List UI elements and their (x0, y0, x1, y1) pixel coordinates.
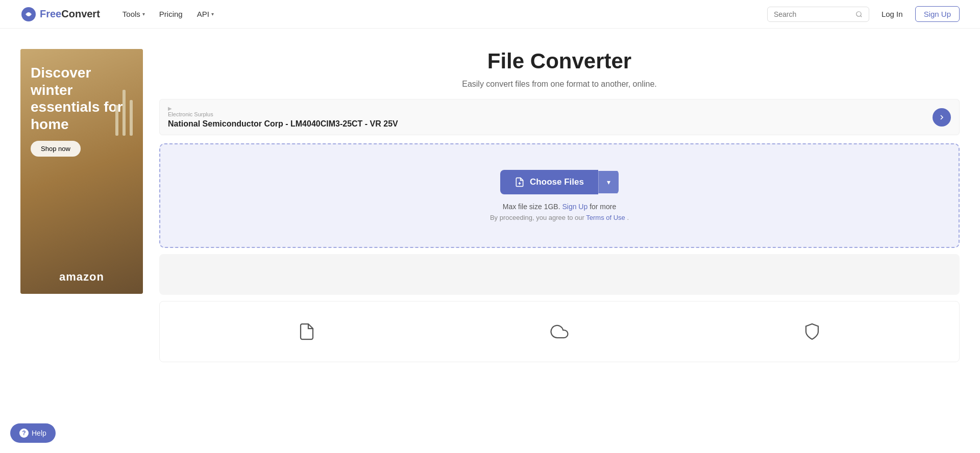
logo-text: FreeConvert (40, 8, 100, 20)
file-size-suffix: for more (590, 203, 616, 211)
choose-files-dropdown-button[interactable]: ▾ (598, 171, 619, 193)
dropzone[interactable]: Choose Files ▾ Max file size 1GB. Sign U… (159, 143, 960, 248)
tools-label: Tools (122, 10, 140, 18)
candle-1 (115, 105, 118, 136)
navbar: FreeConvert Tools ▾ Pricing API ▾ Log In… (0, 0, 980, 29)
nav-pricing[interactable]: Pricing (153, 6, 189, 22)
ad-banner-label: Electronic Surplus (168, 111, 398, 117)
page-title: File Converter (159, 49, 960, 73)
ad-banner-arrow-button[interactable] (933, 108, 951, 127)
feature-file (298, 322, 316, 341)
cloud-icon (550, 322, 569, 341)
left-advertisement: Discover winter essentials for home Shop… (20, 49, 143, 294)
ad-decoration (115, 90, 133, 136)
file-icon (298, 322, 316, 341)
nav-tools[interactable]: Tools ▾ (116, 6, 151, 22)
svg-point-1 (27, 13, 30, 16)
terms-suffix: . (627, 214, 629, 221)
pricing-label: Pricing (159, 10, 183, 18)
ad-banner: ▶ Electronic Surplus National Semiconduc… (159, 99, 960, 135)
features-section (159, 301, 960, 362)
nav-links: Tools ▾ Pricing API ▾ (116, 6, 767, 22)
arrow-right-icon (938, 113, 946, 121)
logo[interactable]: FreeConvert (20, 6, 100, 22)
choose-files-label: Choose Files (530, 177, 584, 187)
ad-amazon-brand: amazon (59, 270, 104, 284)
signup-link[interactable]: Sign Up (562, 203, 587, 211)
svg-point-2 (856, 11, 861, 16)
candle-2 (122, 90, 126, 136)
main-content: Discover winter essentials for home Shop… (0, 29, 980, 362)
logo-icon (20, 6, 37, 22)
search-input[interactable] (774, 10, 851, 18)
nav-api[interactable]: API ▾ (191, 6, 220, 22)
feature-cloud (550, 322, 569, 341)
search-icon (855, 10, 863, 18)
terms-link[interactable]: Terms of Use (586, 214, 625, 221)
login-button[interactable]: Log In (875, 7, 909, 21)
feature-shield (803, 322, 821, 341)
search-box[interactable] (767, 7, 869, 22)
file-size-info: Max file size 1GB. Sign Up for more (170, 203, 948, 211)
terms-prefix: By proceeding, you agree to our (490, 214, 586, 221)
bottom-section (159, 254, 960, 295)
terms-info: By proceeding, you agree to our Terms of… (170, 214, 948, 221)
nav-right: Log In Sign Up (767, 6, 960, 22)
file-upload-icon (514, 177, 525, 187)
choose-files-button[interactable]: Choose Files (500, 170, 598, 194)
page-subtitle: Easily convert files from one format to … (159, 80, 960, 89)
shield-icon (803, 322, 821, 341)
api-label: API (197, 10, 209, 18)
ad-play-icon: ▶ (168, 106, 398, 111)
ad-banner-title: National Semiconductor Corp - LM4040CIM3… (168, 119, 398, 129)
signup-button[interactable]: Sign Up (915, 6, 960, 22)
choose-files-button-group: Choose Files ▾ (500, 170, 619, 194)
api-chevron-icon: ▾ (211, 11, 214, 17)
candle-3 (130, 100, 133, 136)
svg-line-3 (861, 15, 862, 17)
tools-chevron-icon: ▾ (142, 11, 145, 17)
center-content: File Converter Easily convert files from… (159, 49, 960, 362)
dropdown-chevron-icon: ▾ (607, 178, 610, 186)
ad-shop-button[interactable]: Shop now (31, 141, 81, 157)
file-size-text: Max file size 1GB. (503, 203, 560, 211)
